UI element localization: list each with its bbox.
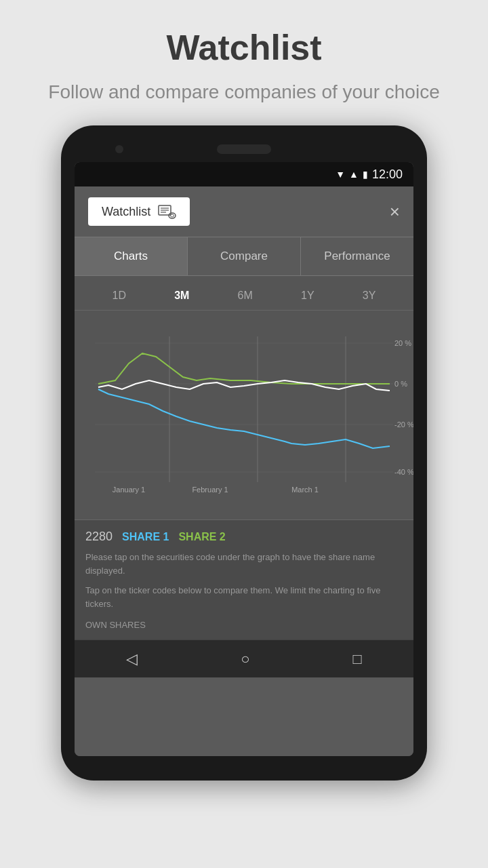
chart-svg: 20 % 0 % -20 % -40 % January 1 February … <box>75 316 413 506</box>
legend-share2-label[interactable]: SHARE 2 <box>178 531 225 543</box>
chart-container: 1D 3M 6M 1Y 3Y <box>75 276 413 519</box>
own-shares-label[interactable]: OWN SHARES <box>85 620 403 630</box>
svg-text:20 %: 20 % <box>394 339 411 347</box>
legend-share1-label[interactable]: SHARE 1 <box>122 531 169 543</box>
watchlist-title-text: Watchlist <box>102 205 150 219</box>
legend-description2: Tap on the ticker codes below to compare… <box>85 584 403 610</box>
tabs-container: Charts Compare Performance <box>75 237 413 276</box>
nav-back-button[interactable]: ◁ <box>126 650 138 668</box>
wifi-icon: ▼ <box>336 169 345 180</box>
time-1d[interactable]: 1D <box>107 287 131 304</box>
svg-point-5 <box>171 214 174 217</box>
page-title: Watchlist <box>41 27 447 68</box>
time-3m[interactable]: 3M <box>169 287 195 304</box>
tab-compare[interactable]: Compare <box>188 237 301 275</box>
chart-legend: 2280 SHARE 1 SHARE 2 Please tap on the s… <box>75 519 413 639</box>
svg-text:February 1: February 1 <box>192 486 228 494</box>
watchlist-header: Watchlist × <box>75 186 413 237</box>
page-subtitle: Follow and compare companies of your cho… <box>41 79 447 105</box>
phone-frame: ▼ ▲ ▮ 12:00 Watchlist <box>61 125 427 781</box>
legend-number[interactable]: 2280 <box>85 530 113 544</box>
svg-text:0 %: 0 % <box>394 380 407 388</box>
svg-point-4 <box>169 213 176 218</box>
svg-text:January 1: January 1 <box>113 486 145 494</box>
tab-charts[interactable]: Charts <box>75 237 188 275</box>
watchlist-title-box: Watchlist <box>88 197 190 226</box>
svg-text:-20 %: -20 % <box>394 420 413 429</box>
phone-bottom <box>75 756 413 767</box>
nav-home-button[interactable]: ○ <box>241 650 249 668</box>
time-1y[interactable]: 1Y <box>296 287 320 304</box>
bottom-nav: ◁ ○ □ <box>75 639 413 677</box>
time-3y[interactable]: 3Y <box>357 287 382 304</box>
page-header: Watchlist Follow and compare companies o… <box>0 0 488 119</box>
nav-recent-button[interactable]: □ <box>353 650 362 668</box>
time-display: 12:00 <box>372 167 403 182</box>
legend-row: 2280 SHARE 1 SHARE 2 <box>85 530 403 544</box>
watchlist-doc-icon <box>157 204 176 219</box>
battery-icon: ▮ <box>363 169 368 180</box>
phone-camera <box>115 145 123 153</box>
tab-performance[interactable]: Performance <box>301 237 413 275</box>
signal-icon: ▲ <box>349 169 359 180</box>
close-button[interactable]: × <box>390 203 400 220</box>
app-content: Watchlist × <box>75 186 413 756</box>
time-6m[interactable]: 6M <box>232 287 258 304</box>
phone-speaker <box>217 144 271 154</box>
legend-description1: Please tap on the securities code under … <box>85 551 403 577</box>
screen: ▼ ▲ ▮ 12:00 Watchlist <box>75 162 413 756</box>
svg-text:-40 %: -40 % <box>394 468 413 476</box>
time-selector: 1D 3M 6M 1Y 3Y <box>75 276 413 311</box>
chart-svg-wrap: 20 % 0 % -20 % -40 % January 1 February … <box>75 311 413 511</box>
status-bar: ▼ ▲ ▮ 12:00 <box>75 162 413 186</box>
phone-top <box>75 139 413 162</box>
status-icons: ▼ ▲ ▮ 12:00 <box>336 167 403 182</box>
svg-text:March 1: March 1 <box>291 486 319 494</box>
